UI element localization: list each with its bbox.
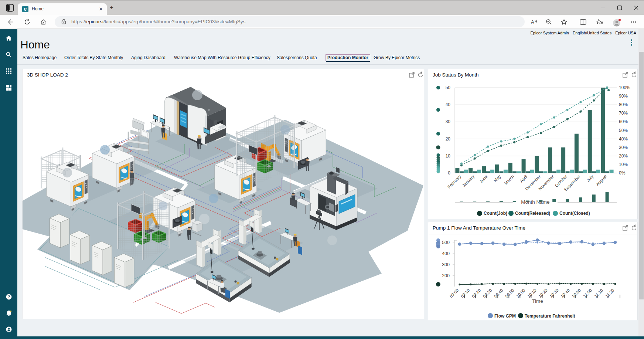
svg-text:10%: 10% (619, 162, 628, 167)
svg-text:Temperature Fahrenheit: Temperature Fahrenheit (525, 313, 575, 319)
svg-text:Month Name: Month Name (521, 199, 549, 205)
svg-text:200: 200 (442, 273, 450, 278)
svg-text:400: 400 (442, 251, 450, 256)
svg-text:10: 10 (446, 153, 451, 159)
svg-text:Count(Closed): Count(Closed) (559, 211, 590, 216)
svg-text:?: ? (8, 295, 10, 299)
svg-text:20: 20 (446, 136, 451, 142)
svg-text:Count(Job): Count(Job) (484, 211, 507, 216)
svg-text:40%: 40% (619, 136, 628, 142)
svg-text:100%: 100% (619, 85, 630, 90)
svg-text:70%: 70% (619, 111, 628, 116)
svg-text:60%: 60% (619, 119, 628, 124)
svg-text:50: 50 (446, 85, 451, 90)
svg-text:30: 30 (446, 119, 451, 124)
svg-text:40: 40 (446, 102, 451, 107)
svg-text:90%: 90% (619, 94, 628, 99)
svg-text:300: 300 (442, 262, 450, 267)
svg-text:Flow GPM: Flow GPM (494, 313, 516, 319)
svg-text:20%: 20% (619, 153, 628, 159)
svg-text:0: 0 (448, 170, 450, 176)
svg-text:Count(Released): Count(Released) (515, 211, 550, 216)
svg-text:80%: 80% (619, 102, 628, 107)
svg-text:30%: 30% (619, 145, 628, 150)
svg-text:500: 500 (442, 240, 450, 245)
svg-text:Time: Time (532, 298, 543, 304)
svg-text:50%: 50% (619, 128, 628, 133)
svg-text:0%: 0% (619, 170, 626, 176)
svg-text:A: A (531, 19, 534, 25)
